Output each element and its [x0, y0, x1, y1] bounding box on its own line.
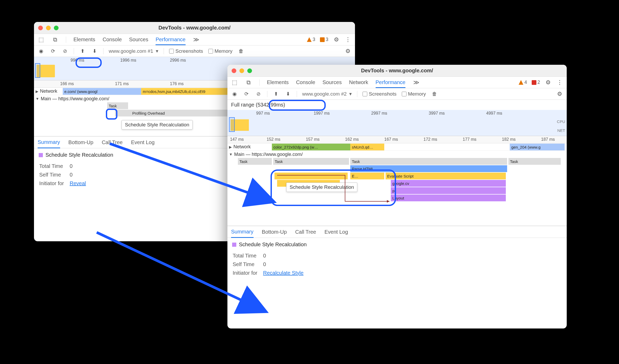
trash-icon[interactable]: 🗑	[431, 91, 438, 97]
main-track-header[interactable]: ▼ Main — https://www.google.com/	[227, 151, 567, 158]
collapse-icon[interactable]: ▼	[229, 152, 233, 156]
network-segment[interactable]: color_272x92dp.png (w…	[272, 144, 350, 150]
reload-icon[interactable]: ⟳	[50, 48, 56, 55]
reload-icon[interactable]: ⟳	[243, 91, 250, 97]
flame-task[interactable]: Task	[508, 158, 561, 165]
tab-call-tree[interactable]: Call Tree	[102, 139, 123, 145]
range-label: Full range (5342.99ms)	[227, 100, 567, 110]
recalculate-style-link[interactable]: Recalculate Style	[263, 270, 303, 276]
performance-toolbar: ◉ ⟳ ⊘ ⬆ ⬇ www.google.com #1▾ Screenshots…	[34, 45, 355, 57]
flame-task[interactable]: Task	[273, 158, 349, 165]
tab-elements[interactable]: Elements	[267, 79, 289, 85]
flame-task[interactable]: Task	[350, 158, 507, 165]
inspect-icon[interactable]: ⬚	[38, 36, 44, 43]
upload-icon[interactable]: ⬆	[273, 91, 279, 97]
flame-layout[interactable]: Layout	[391, 195, 506, 201]
tab-bottom-up[interactable]: Bottom-Up	[262, 229, 287, 235]
screenshots-checkbox[interactable]: Screenshots	[363, 91, 397, 97]
error-badge[interactable]: 2	[532, 80, 540, 85]
tooltip: Schedule Style Recalculation	[122, 120, 193, 130]
overview-timeline[interactable]: 997 ms 1997 ms 2997 ms 3997 ms 4997 ms C…	[227, 110, 567, 136]
color-swatch	[232, 243, 236, 247]
screenshots-checkbox[interactable]: Screenshots	[169, 48, 203, 54]
chevron-down-icon: ▾	[349, 91, 352, 97]
memory-checkbox[interactable]: Memory	[208, 48, 233, 54]
profile-select[interactable]: www.google.com #1▾	[109, 48, 158, 54]
flame-googlecv[interactable]: google.cv	[391, 180, 506, 187]
titlebar[interactable]: DevTools - www.google.com/	[34, 22, 355, 34]
network-segment[interactable]: sNUn3,qd…	[350, 144, 384, 150]
chevron-down-icon: ▾	[156, 48, 158, 54]
summary-table: Total Time0 Self Time0 Initiator forReve…	[39, 162, 92, 188]
tab-performance[interactable]: Performance	[376, 79, 406, 88]
flame-chart[interactable]: Task Task Task Task Parse HTML E… Evalua…	[227, 158, 567, 226]
main-track-label: Main — https://www.google.com/	[234, 152, 303, 157]
ruler-tick: 176 ms	[170, 81, 184, 86]
overview-tick: 996 ms	[71, 58, 84, 63]
tab-console[interactable]: Console	[296, 79, 315, 85]
device-icon[interactable]: ⧉	[52, 36, 59, 43]
trash-icon[interactable]: 🗑	[238, 48, 244, 55]
record-icon[interactable]: ◉	[38, 48, 44, 55]
flame-p[interactable]: p	[391, 187, 506, 194]
flame-parse[interactable]: Parse HTML	[350, 165, 507, 172]
kebab-icon[interactable]: ⋮	[345, 36, 351, 43]
network-track-label: Network	[233, 144, 251, 150]
self-time-value: 0	[263, 260, 309, 268]
collapse-icon[interactable]: ▼	[36, 97, 39, 101]
total-time-label: Total Time	[39, 162, 69, 170]
tab-sources[interactable]: Sources	[129, 37, 148, 43]
tab-event-log[interactable]: Event Log	[324, 229, 348, 235]
tab-event-log[interactable]: Event Log	[131, 139, 154, 145]
tab-sources[interactable]: Sources	[323, 79, 342, 85]
tab-performance[interactable]: Performance	[156, 37, 186, 45]
download-icon[interactable]: ⬇	[285, 91, 291, 97]
tab-bar: ⬚ ⧉ Elements Console Sources Performance…	[34, 34, 355, 45]
panel-gear-icon[interactable]: ⚙	[556, 91, 563, 97]
flame-eval[interactable]: Evaluate Script	[386, 173, 506, 179]
flame-task[interactable]: Task	[238, 158, 272, 165]
flame-task[interactable]: Task	[107, 102, 128, 109]
kebab-icon[interactable]: ⋮	[556, 79, 563, 86]
titlebar[interactable]: DevTools - www.google.com/	[227, 65, 567, 77]
network-track-header[interactable]: ▶ Network color_272x92dp.png (w… sNUn3,q…	[227, 143, 567, 151]
issue-icon	[320, 37, 325, 42]
time-ruler[interactable]: 147 ms 152 ms 157 ms 162 ms 167 ms 172 m…	[227, 136, 567, 143]
warning-badge[interactable]: 3	[307, 37, 315, 42]
overview-tick: 1996 ms	[120, 58, 136, 63]
panel-gear-icon[interactable]: ⚙	[345, 48, 351, 55]
tab-console[interactable]: Console	[102, 37, 122, 43]
tab-network[interactable]: Network	[349, 79, 368, 85]
gear-icon[interactable]: ⚙	[333, 36, 340, 43]
overview-selection[interactable]	[35, 63, 40, 78]
profile-select[interactable]: www.google.com #2▾	[302, 91, 352, 97]
upload-icon[interactable]: ⬆	[79, 48, 86, 55]
tab-summary[interactable]: Summary	[38, 139, 60, 148]
network-segment[interactable]: gen_204 (www.g	[510, 144, 565, 150]
tab-summary[interactable]: Summary	[231, 229, 254, 238]
error-badge[interactable]: 3	[320, 37, 328, 42]
record-icon[interactable]: ◉	[231, 91, 238, 97]
clear-icon[interactable]: ⊘	[62, 48, 68, 55]
performance-toolbar: ◉ ⟳ ⊘ ⬆ ⬇ www.google.com #2▾ Screenshots…	[227, 88, 567, 100]
summary-header: Schedule Style Recalculation	[232, 242, 562, 248]
overview-selection[interactable]	[229, 117, 235, 132]
memory-checkbox[interactable]: Memory	[402, 91, 426, 97]
summary-title: Schedule Style Recalculation	[239, 242, 307, 248]
device-icon[interactable]: ⧉	[245, 79, 252, 86]
inspect-icon[interactable]: ⬚	[231, 79, 238, 86]
self-time-label: Self Time	[39, 171, 69, 179]
reveal-link[interactable]: Reveal	[70, 180, 86, 186]
download-icon[interactable]: ⬇	[91, 48, 98, 55]
tab-call-tree[interactable]: Call Tree	[295, 229, 316, 235]
tab-bottom-up[interactable]: Bottom-Up	[68, 139, 94, 145]
network-segment[interactable]: e.com/ (www.googl	[63, 88, 141, 95]
more-tabs-icon[interactable]: ≫	[413, 79, 420, 86]
warning-badge[interactable]: 4	[519, 80, 527, 85]
gear-icon[interactable]: ⚙	[545, 79, 552, 86]
expand-icon[interactable]: ▶	[229, 145, 232, 149]
tab-elements[interactable]: Elements	[73, 37, 95, 43]
expand-icon[interactable]: ▶	[36, 89, 38, 93]
more-tabs-icon[interactable]: ≫	[193, 36, 200, 43]
clear-icon[interactable]: ⊘	[255, 91, 262, 97]
